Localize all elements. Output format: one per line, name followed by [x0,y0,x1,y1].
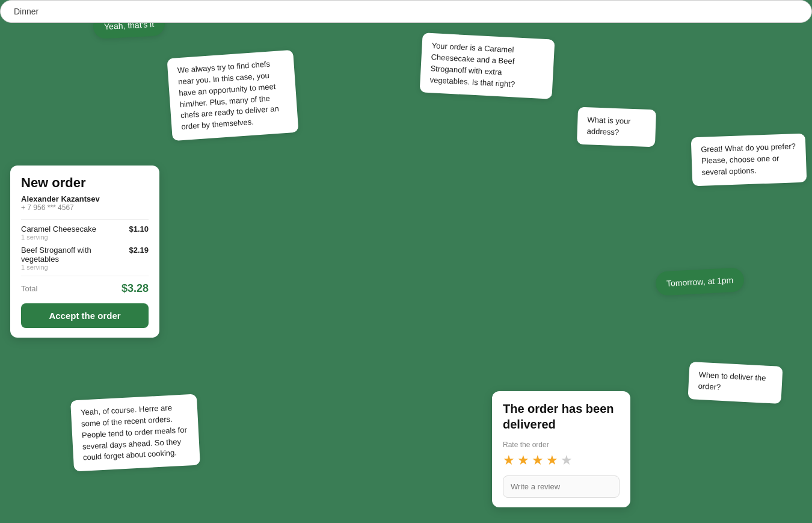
customer-name: Alexander Kazantsev [21,194,149,203]
total-amount: $3.28 [121,282,149,295]
item-serving-1: 1 serving [21,234,96,241]
star-4[interactable]: ★ [546,453,558,468]
bubble-yeah-course: Yeah, of course. Herre are some of the r… [70,394,200,472]
bubble-tomorrow: Tomorrow, at 1pm [655,267,745,296]
item-name-2: Beef Stroganoff with vegetables [21,246,129,264]
bubble-address: What is your address? [577,107,656,147]
bubble-always-find: We always try to find chefs near you. In… [167,50,298,141]
star-1[interactable]: ★ [503,453,515,468]
order-item-2: Beef Stroganoff with vegetables 1 servin… [21,246,149,271]
item-name-1: Caramel Cheesecake [21,224,96,234]
star-5[interactable]: ★ [561,453,573,468]
divider [21,219,149,220]
total-row: Total $3.28 [21,282,149,295]
new-order-title: New order [21,175,149,191]
rate-label: Rate the order [503,441,620,449]
bubble-when-deliver: When to deliver the order? [687,362,783,404]
accept-order-button[interactable]: Accept the order [21,303,149,328]
divider-2 [21,276,149,276]
total-label: Total [21,284,37,293]
star-rating[interactable]: ★ ★ ★ ★ ★ [503,453,620,468]
order-item-1: Caramel Cheesecake 1 serving $1.10 [21,224,149,241]
review-input[interactable] [503,475,620,498]
delivered-card: The order has been delivered Rate the or… [492,391,630,507]
bubble-order-caramel: Your order is a Caramel Cheesecake and a… [420,32,555,99]
delivered-title: The order has been delivered [503,401,620,432]
star-2[interactable]: ★ [517,453,529,468]
customer-phone: + 7 956 *** 4567 [21,203,149,212]
new-order-card: New order Alexander Kazantsev + 7 956 **… [10,166,159,338]
item-serving-2: 1 serving [21,264,129,271]
item-price-1: $1.10 [129,224,149,234]
star-3[interactable]: ★ [532,453,544,468]
bubble-great-prefer: Great! What do you prefer? Please, choos… [691,134,807,186]
item-price-2: $2.19 [129,246,149,255]
bubble-dinner[interactable]: Dinner [0,0,812,23]
